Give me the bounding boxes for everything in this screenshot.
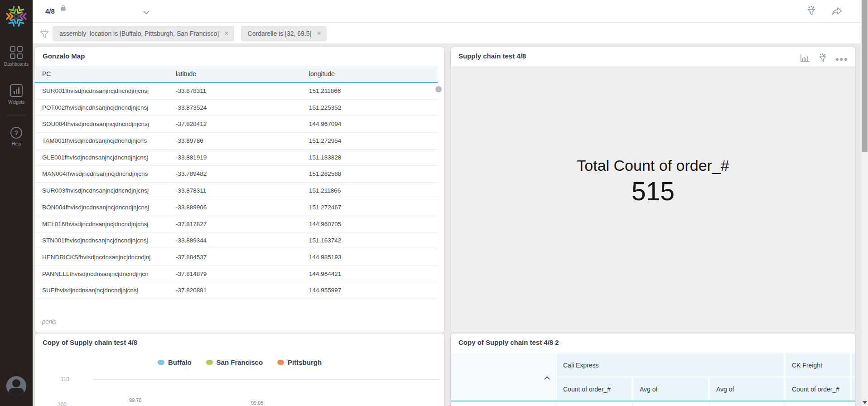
table-cell: SUR001fhvisdjncdnsanjncjdncndjnjcnsj — [35, 83, 169, 99]
table-cell: 151.163742 — [302, 232, 438, 249]
table-cell: MAN004fhvisdjncdnsanjncjdncndjnjcns — [35, 166, 169, 182]
widget-header: Copy of Supply chain test 4/8 2 — [451, 334, 855, 353]
table-cell: PANNELLfhvisdjncdnsanjncjdncndjnjcn — [35, 266, 169, 282]
table-cell: 151.272467 — [302, 199, 438, 216]
close-icon[interactable]: × — [224, 30, 228, 37]
pivot-column-header[interactable]: Avg of — [633, 377, 708, 401]
sidebar-divider — [6, 116, 26, 116]
pivot-column-header-partial — [852, 377, 856, 401]
legend-color-dot — [158, 360, 164, 365]
table-row[interactable]: SUR001fhvisdjncdnsanjncjdncndjnjcnsj-33.… — [35, 83, 438, 100]
sidebar: Dashboards Widgets ? Help — [0, 0, 33, 406]
filter-bar: assembly_location is [Buffalo, Pittsburg… — [33, 23, 861, 44]
table-cell: -37.804537 — [169, 249, 302, 266]
more-options-icon[interactable]: ●●● — [835, 55, 848, 63]
y-axis-tick: 100 — [48, 401, 67, 406]
table-cell: 144.967094 — [302, 116, 438, 132]
filters-funnel-icon[interactable] — [39, 28, 50, 41]
table-cell: POT002fhvisdjncdnsanjncjdncndjnjcnsj — [35, 100, 169, 116]
table-row[interactable]: MEL016fhvisdjncdnsanjncjdncndjnjcnsj-37.… — [35, 216, 438, 233]
sidebar-item-widgets[interactable]: Widgets — [0, 84, 33, 105]
gridline — [93, 379, 440, 380]
table-cell: 151.272954 — [302, 133, 438, 149]
widget-header: Supply chain test 4/8 ●●● — [451, 47, 855, 66]
pivot-group-header[interactable]: CK Freight — [786, 353, 850, 377]
table-row[interactable]: SUEfhvisdjncdnsanjncjdncndjnjcnsj-37.820… — [35, 282, 438, 299]
pivot-column-header[interactable]: Count of order_# — [557, 377, 632, 401]
pivot-column-header[interactable]: Avg of — [710, 377, 784, 401]
table-row[interactable]: TAM001fhvisdjncdnsanjncjdncndjnjcns-33.8… — [35, 133, 438, 150]
table-cell: -33.889906 — [169, 199, 302, 216]
y-axis-tick: 110 — [51, 376, 69, 382]
table-row[interactable]: BON004fhvisdjncdnsanjncjdncndjnjcnsj-33.… — [35, 199, 438, 216]
app-logo-icon[interactable] — [5, 5, 27, 27]
scrollbar-thumb[interactable] — [862, 0, 868, 152]
legend-color-dot — [206, 360, 213, 365]
legend-item[interactable]: Pittsburgh — [277, 358, 322, 366]
pivot-column-header[interactable]: Count of order_# — [786, 377, 850, 401]
sidebar-item-label: Widgets — [8, 100, 24, 105]
metric-label: Total Count of order_# — [577, 157, 729, 174]
user-avatar[interactable] — [6, 376, 26, 396]
legend-label: Buffalo — [168, 358, 192, 366]
share-icon[interactable] — [831, 5, 843, 19]
table-cell: SUEfhvisdjncdnsanjncjdncndjnjcnsj — [35, 282, 169, 299]
chart-type-icon[interactable] — [800, 53, 810, 64]
dashboard-canvas: Gonzalo Map PC latitude longitude SUR001… — [33, 44, 861, 406]
lock-icon — [61, 5, 66, 13]
pivot-row-header-cell — [451, 353, 556, 401]
table-cell: GLE001fhvisdjncdnsanjncjdncndjnjcnsj — [35, 150, 169, 166]
pivot-group-header-partial — [852, 353, 856, 377]
dashboard-filter-icon[interactable] — [805, 5, 817, 19]
table-cell: SUR003fhvisdjncdnsanjncjdncndjnjcnsj — [35, 183, 169, 199]
close-icon[interactable]: × — [317, 30, 321, 37]
column-header[interactable]: longitude — [302, 66, 438, 82]
filter-chip-label: Cordarelle is [32, 69.5] — [248, 30, 312, 37]
collapse-chevron-icon[interactable] — [544, 373, 550, 382]
dashboard-title[interactable]: 4/8 — [45, 7, 55, 15]
table-row[interactable]: SUR003fhvisdjncdnsanjncjdncndjnjcnsj-33.… — [35, 183, 438, 199]
table-cell: -33.89786 — [169, 133, 302, 149]
widget-gonzalo-map: Gonzalo Map PC latitude longitude SUR001… — [34, 47, 445, 333]
table-row[interactable]: MAN004fhvisdjncdnsanjncjdncndjnjcns-33.7… — [35, 166, 438, 183]
table-cell: 151.282588 — [302, 166, 438, 182]
page-scrollbar[interactable] — [861, 0, 868, 406]
table-cell: -33.878311 — [169, 83, 302, 99]
filter-chip-cordarelle[interactable]: Cordarelle is [32, 69.5] × — [241, 26, 327, 41]
gonzalo-table: PC latitude longitude SUR001fhvisdjncdns… — [35, 66, 438, 299]
legend-item[interactable]: Buffalo — [158, 358, 192, 366]
table-row[interactable]: HENDRICKSfhvisdjncdnsanjncjdncndjnj-37.8… — [35, 249, 438, 266]
pivot-group-header[interactable]: Cali Express — [557, 353, 784, 377]
table-scrollbar-thumb[interactable] — [435, 86, 442, 92]
column-header[interactable]: PC — [35, 66, 169, 82]
table-row[interactable]: STN001fhvisdjncdnsanjncjdncndjnjcnsj-33.… — [35, 232, 438, 249]
table-row[interactable]: PANNELLfhvisdjncdnsanjncjdncndjnjcn-37.8… — [35, 266, 438, 283]
column-header[interactable]: latitude — [169, 66, 302, 82]
dashboards-icon — [10, 46, 23, 59]
scrollbar-down-arrow-icon[interactable] — [863, 401, 867, 404]
filter-chip-label: assembly_location is [Buffalo, Pittsburg… — [59, 30, 219, 37]
table-cell: -37.820881 — [169, 282, 302, 299]
widget-title: Copy of Supply chain test 4/8 2 — [458, 338, 559, 346]
table-row[interactable]: POT002fhvisdjncdnsanjncjdncndjnjcnsj-33.… — [35, 100, 438, 116]
top-bar: 4/8 — [33, 0, 861, 23]
dashboard-dropdown-chevron-icon[interactable] — [143, 8, 149, 16]
widget-header: Copy of Supply chain test 4/8 — [35, 334, 444, 353]
table-row[interactable]: GLE001fhvisdjncdnsanjncjdncndjnjcnsj-33.… — [35, 150, 438, 166]
filter-chip-assembly-location[interactable]: assembly_location is [Buffalo, Pittsburg… — [53, 26, 234, 41]
widget-footnote: penis — [42, 318, 56, 325]
table-cell: MEL016fhvisdjncdnsanjncjdncndjnjcnsj — [35, 216, 169, 232]
widget-filter-icon[interactable] — [818, 53, 828, 65]
avatar-person-icon — [12, 379, 20, 387]
sidebar-item-help[interactable]: ? Help — [0, 127, 33, 146]
table-row[interactable]: SOU004fhvisdjncdnsanjncjdncndjnjcnsj-37.… — [35, 116, 438, 133]
table-cell: HENDRICKSfhvisdjncdnsanjncjdncndjnj — [35, 249, 169, 266]
legend-color-dot — [277, 360, 284, 365]
sidebar-item-dashboards[interactable]: Dashboards — [0, 46, 33, 67]
legend-item[interactable]: San Francisco — [206, 358, 263, 366]
table-cell: 151.183828 — [302, 150, 438, 166]
table-cell: 151.211866 — [302, 83, 438, 99]
widget-copy-supply-chain-test-2: Copy of Supply chain test 4/8 2 Cali Exp… — [450, 333, 856, 406]
table-cell: -37.817827 — [169, 216, 302, 232]
table-cell: -37.814879 — [169, 266, 302, 282]
